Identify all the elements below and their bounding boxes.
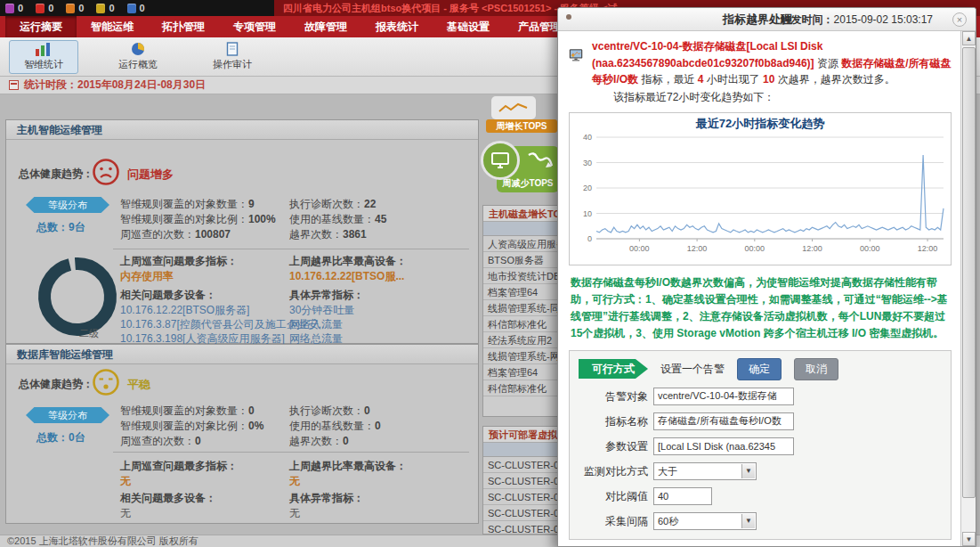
severity-critical-icon [5, 4, 14, 13]
cancel-button[interactable]: 取消 [794, 358, 838, 380]
trend-chart-title: 最近72小时指标变化趋势 [570, 116, 951, 132]
scrollbar-thumb[interactable] [962, 47, 976, 498]
device-link[interactable]: 10.176.12.22[BTSO服务器] [120, 303, 249, 318]
table-row[interactable]: 经法系统应用2 [483, 332, 558, 348]
tab-topology[interactable]: 拓扑管理 [148, 16, 219, 37]
weekly-growth-badge[interactable]: 周增长TOPS [486, 119, 557, 133]
table-row[interactable]: SC-CLUSTER-01 [483, 457, 558, 473]
svg-text:00:00: 00:00 [745, 244, 765, 253]
table-row[interactable]: SC-CLUSTER-07 [483, 489, 558, 505]
table-subheader [483, 222, 558, 236]
compare-mode-select[interactable]: 大于▼ [653, 462, 757, 480]
db-total-count: 总数：0台 [36, 430, 85, 445]
severity-count: 0 [109, 3, 114, 13]
tool-audit-button[interactable]: 操作审计 [198, 40, 267, 74]
db-level-badge[interactable]: 等级分布 [26, 407, 109, 423]
severity-critical-indicator[interactable]: 0 [5, 3, 23, 13]
dialog-scrollbar[interactable]: ▲ ▼ [960, 31, 976, 546]
scroll-up-icon[interactable]: ▲ [962, 31, 976, 45]
svg-text:12:00: 12:00 [802, 244, 822, 253]
host-top-metric[interactable]: 内存使用率 [120, 269, 174, 284]
host-disk-growth-title: 主机磁盘增长TO [483, 206, 558, 222]
severity-count: 0 [140, 3, 145, 13]
deployable-vm-table: 预计可部署虚拟 SC-CLUSTER-01 SC-CLUSTER-05 SC-C… [482, 426, 559, 535]
tab-fault[interactable]: 故障管理 [290, 16, 361, 37]
table-row[interactable]: BTSO服务器 [483, 252, 558, 268]
tab-reports[interactable]: 报表统计 [361, 16, 433, 37]
severity-count: 0 [18, 3, 23, 13]
pie-chart-icon [130, 42, 146, 56]
interval-select[interactable]: 60秒▼ [653, 512, 757, 530]
svg-text:20: 20 [583, 184, 592, 192]
param-setting-field[interactable] [653, 437, 794, 455]
svg-text:12:00: 12:00 [918, 244, 938, 253]
tab-special[interactable]: 专项管理 [219, 16, 290, 37]
monitor-circle-icon [481, 141, 520, 180]
trend-down-icon [527, 151, 554, 171]
stats-period-text: 统计时段：2015年08月24日-08月30日 [24, 78, 206, 93]
severity-info-icon [127, 4, 136, 13]
weekly-growth-tile[interactable] [491, 96, 536, 119]
severity-major-indicator[interactable]: 0 [36, 3, 53, 13]
svg-text:12:00: 12:00 [687, 244, 708, 253]
table-row[interactable]: 地市投资统计DB [483, 268, 558, 284]
table-row[interactable]: SC-CLUSTER-02 [483, 521, 558, 535]
alert-message-line2: 该指标最近72小时变化趋势如下： [613, 90, 952, 105]
severity-minor-indicator[interactable]: 0 [66, 3, 84, 13]
trend-chart: 01020304000:0012:0000:0012:0000:0012:00 [570, 132, 951, 262]
close-icon[interactable]: × [952, 12, 967, 27]
alert-object-field[interactable] [653, 388, 794, 405]
dialog-body: vcentre/VC-10-04-数据存储磁盘[Local LSI Disk (… [558, 31, 960, 546]
db-health-status: 平稳 [127, 377, 150, 393]
table-row[interactable]: 线损管理系统-同 [483, 300, 558, 316]
svg-text:40: 40 [583, 133, 592, 142]
host-section-title: 主机智能运维管理 [6, 120, 478, 140]
trend-up-icon [498, 102, 529, 114]
table-row[interactable]: 人资高级应用服务 [483, 236, 558, 252]
tab-basic-settings[interactable]: 基础设置 [433, 16, 504, 37]
tab-intelligent-ops[interactable]: 智能运维 [77, 16, 148, 37]
table-row[interactable]: 科信部标准化 [483, 380, 558, 396]
bar-chart-icon [35, 42, 53, 56]
host-total-count: 总数：9台 [36, 220, 85, 235]
titlebar-dot-icon [566, 14, 571, 20]
table-row[interactable]: SC-CLUSTER-05 [483, 473, 558, 489]
table-row[interactable]: SC-CLUSTER-04 [483, 505, 558, 521]
severity-minor-icon [66, 4, 75, 13]
host-level-badge[interactable]: 等级分布 [26, 197, 109, 213]
donut-label: 二级 [79, 327, 99, 340]
feasible-way-badge: 可行方式 [579, 359, 648, 379]
document-icon [226, 42, 239, 56]
severity-info-indicator[interactable]: 0 [127, 3, 145, 13]
scroll-down-icon[interactable]: ▼ [962, 532, 976, 546]
svg-text:00:00: 00:00 [629, 244, 650, 253]
table-row[interactable]: 科信部标准化 [483, 316, 558, 332]
threshold-field[interactable] [653, 487, 712, 505]
alarm-indicators: 0 0 0 0 0 [5, 0, 145, 16]
host-top-device[interactable]: 10.176.12.22[BTSO服... [289, 269, 404, 284]
chevron-down-icon[interactable]: ▼ [741, 464, 755, 478]
tool-smart-stats-button[interactable]: 智维统计 [9, 40, 78, 74]
ok-button[interactable]: 确定 [737, 358, 782, 380]
host-level-donut-chart [36, 256, 118, 338]
table-row[interactable]: 线损管理系统-网 [483, 348, 558, 364]
table-row[interactable]: 档案管理64 [483, 284, 558, 300]
trend-chart-box: 最近72小时指标变化趋势 01020304000:0012:0000:0012:… [569, 112, 952, 265]
table-subheader [483, 443, 558, 457]
threshold-alert-dialog: 指标越界处理 触发时间：2015-09-02 15:03:17 × vcentr… [557, 7, 976, 547]
tab-running-summary[interactable]: 运行摘要 [5, 16, 77, 37]
db-health-label: 总体健康趋势： [19, 378, 93, 390]
alert-setting-form: 可行方式 设置一个告警 确定 取消 告警对象 指标名称 参数设置 监测对比方式 … [569, 350, 952, 540]
dialog-titlebar[interactable]: 指标越界处理 触发时间：2015-09-02 15:03:17 × [558, 8, 976, 31]
weekly-decrease-badge: 周减少TOPS [498, 177, 557, 190]
svg-text:10: 10 [583, 208, 592, 217]
metric-name-field[interactable] [653, 412, 794, 430]
tool-running-overview-button[interactable]: 运行概览 [103, 40, 173, 74]
metric-link[interactable]: 网络入流量 [289, 317, 343, 332]
severity-warning-indicator[interactable]: 0 [96, 3, 114, 13]
metric-link[interactable]: 30分钟吞吐量 [289, 303, 354, 318]
table-row[interactable]: 档案管理64 [483, 364, 558, 380]
svg-text:30: 30 [583, 158, 592, 167]
deployable-vm-title: 预计可部署虚拟 [483, 427, 558, 443]
chevron-down-icon[interactable]: ▼ [741, 514, 755, 528]
